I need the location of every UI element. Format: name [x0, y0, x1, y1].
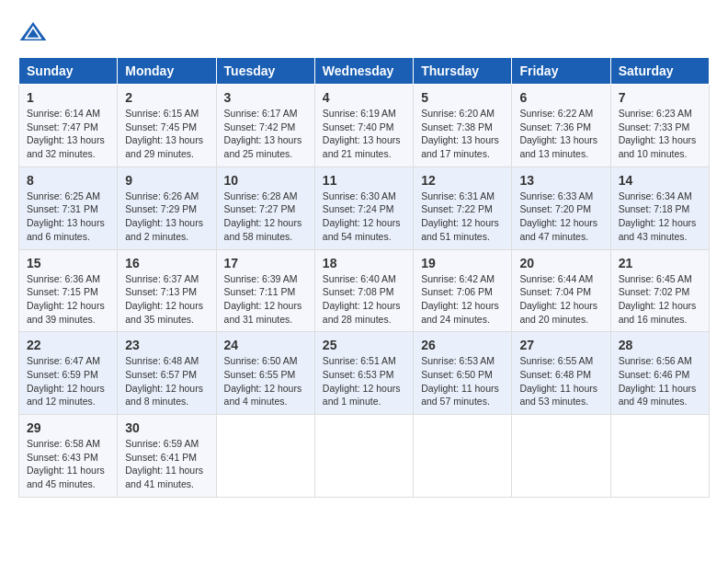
cell-sun-info: Sunrise: 6:59 AMSunset: 6:41 PMDaylight:…: [125, 437, 208, 491]
day-number: 25: [323, 338, 405, 352]
day-number: 13: [519, 173, 602, 188]
cell-sun-info: Sunrise: 6:20 AMSunset: 7:38 PMDaylight:…: [421, 107, 504, 161]
calendar-cell: 30Sunrise: 6:59 AMSunset: 6:41 PMDayligh…: [118, 415, 216, 498]
calendar-cell: 18Sunrise: 6:40 AMSunset: 7:08 PMDayligh…: [314, 249, 413, 332]
day-number: 5: [421, 90, 504, 105]
calendar-cell: 17Sunrise: 6:39 AMSunset: 7:11 PMDayligh…: [216, 249, 314, 332]
calendar-cell: 21Sunrise: 6:45 AMSunset: 7:02 PMDayligh…: [610, 249, 709, 332]
header-sunday: Sunday: [19, 58, 118, 85]
cell-sun-info: Sunrise: 6:51 AMSunset: 6:53 PMDaylight:…: [323, 354, 405, 408]
calendar-cell: 1Sunrise: 6:14 AMSunset: 7:47 PMDaylight…: [19, 85, 118, 167]
day-number: 2: [125, 90, 208, 105]
cell-sun-info: Sunrise: 6:15 AMSunset: 7:45 PMDaylight:…: [125, 107, 208, 161]
calendar-week-row: 29Sunrise: 6:58 AMSunset: 6:43 PMDayligh…: [19, 415, 710, 498]
day-number: 21: [619, 256, 701, 270]
day-number: 7: [619, 90, 701, 105]
day-number: 9: [125, 173, 208, 188]
logo: [18, 18, 51, 48]
day-number: 17: [224, 256, 307, 270]
day-number: 1: [27, 90, 109, 105]
calendar-cell: 22Sunrise: 6:47 AMSunset: 6:59 PMDayligh…: [19, 332, 118, 415]
cell-sun-info: Sunrise: 6:25 AMSunset: 7:31 PMDaylight:…: [27, 190, 109, 244]
logo-icon: [18, 18, 48, 48]
calendar-cell: 14Sunrise: 6:34 AMSunset: 7:18 PMDayligh…: [610, 167, 709, 249]
calendar-cell: [414, 415, 512, 498]
cell-sun-info: Sunrise: 6:40 AMSunset: 7:08 PMDaylight:…: [323, 272, 405, 327]
cell-sun-info: Sunrise: 6:50 AMSunset: 6:55 PMDaylight:…: [224, 354, 307, 408]
day-number: 24: [224, 338, 307, 352]
calendar-cell: 19Sunrise: 6:42 AMSunset: 7:06 PMDayligh…: [414, 249, 512, 332]
cell-sun-info: Sunrise: 6:42 AMSunset: 7:06 PMDaylight:…: [421, 272, 504, 327]
cell-sun-info: Sunrise: 6:23 AMSunset: 7:33 PMDaylight:…: [619, 107, 701, 161]
calendar-cell: 11Sunrise: 6:30 AMSunset: 7:24 PMDayligh…: [314, 167, 413, 249]
day-number: 3: [224, 90, 307, 105]
day-number: 4: [323, 90, 405, 105]
calendar-cell: 15Sunrise: 6:36 AMSunset: 7:15 PMDayligh…: [19, 249, 118, 332]
calendar-cell: 3Sunrise: 6:17 AMSunset: 7:42 PMDaylight…: [216, 85, 314, 167]
page-header: [18, 18, 710, 48]
cell-sun-info: Sunrise: 6:58 AMSunset: 6:43 PMDaylight:…: [27, 437, 109, 491]
cell-sun-info: Sunrise: 6:22 AMSunset: 7:36 PMDaylight:…: [519, 107, 602, 161]
cell-sun-info: Sunrise: 6:14 AMSunset: 7:47 PMDaylight:…: [27, 107, 109, 161]
header-tuesday: Tuesday: [216, 58, 314, 85]
calendar-cell: 26Sunrise: 6:53 AMSunset: 6:50 PMDayligh…: [414, 332, 512, 415]
day-number: 22: [27, 338, 109, 352]
cell-sun-info: Sunrise: 6:19 AMSunset: 7:40 PMDaylight:…: [323, 107, 405, 161]
cell-sun-info: Sunrise: 6:30 AMSunset: 7:24 PMDaylight:…: [323, 190, 405, 244]
day-number: 20: [519, 256, 602, 270]
calendar-cell: 4Sunrise: 6:19 AMSunset: 7:40 PMDaylight…: [314, 85, 413, 167]
calendar-week-row: 8Sunrise: 6:25 AMSunset: 7:31 PMDaylight…: [19, 167, 710, 249]
calendar-header-row: SundayMondayTuesdayWednesdayThursdayFrid…: [19, 58, 710, 85]
calendar-cell: 9Sunrise: 6:26 AMSunset: 7:29 PMDaylight…: [118, 167, 216, 249]
calendar-cell: 24Sunrise: 6:50 AMSunset: 6:55 PMDayligh…: [216, 332, 314, 415]
calendar-cell: 10Sunrise: 6:28 AMSunset: 7:27 PMDayligh…: [216, 167, 314, 249]
calendar-cell: 8Sunrise: 6:25 AMSunset: 7:31 PMDaylight…: [19, 167, 118, 249]
day-number: 12: [421, 173, 504, 188]
calendar-cell: 28Sunrise: 6:56 AMSunset: 6:46 PMDayligh…: [610, 332, 709, 415]
day-number: 23: [125, 338, 208, 352]
header-saturday: Saturday: [610, 58, 709, 85]
day-number: 27: [519, 338, 602, 352]
calendar-week-row: 1Sunrise: 6:14 AMSunset: 7:47 PMDaylight…: [19, 85, 710, 167]
day-number: 29: [27, 420, 109, 435]
day-number: 28: [619, 338, 701, 352]
cell-sun-info: Sunrise: 6:28 AMSunset: 7:27 PMDaylight:…: [224, 190, 307, 244]
calendar-week-row: 15Sunrise: 6:36 AMSunset: 7:15 PMDayligh…: [19, 249, 710, 332]
cell-sun-info: Sunrise: 6:44 AMSunset: 7:04 PMDaylight:…: [519, 272, 602, 327]
day-number: 11: [323, 173, 405, 188]
calendar-cell: 23Sunrise: 6:48 AMSunset: 6:57 PMDayligh…: [118, 332, 216, 415]
calendar-cell: 12Sunrise: 6:31 AMSunset: 7:22 PMDayligh…: [414, 167, 512, 249]
calendar-cell: 27Sunrise: 6:55 AMSunset: 6:48 PMDayligh…: [512, 332, 610, 415]
calendar-cell: [512, 415, 610, 498]
cell-sun-info: Sunrise: 6:55 AMSunset: 6:48 PMDaylight:…: [519, 354, 602, 408]
calendar-cell: 7Sunrise: 6:23 AMSunset: 7:33 PMDaylight…: [610, 85, 709, 167]
calendar-table: SundayMondayTuesdayWednesdayThursdayFrid…: [18, 57, 710, 498]
cell-sun-info: Sunrise: 6:33 AMSunset: 7:20 PMDaylight:…: [519, 190, 602, 244]
day-number: 18: [323, 256, 405, 270]
calendar-cell: 13Sunrise: 6:33 AMSunset: 7:20 PMDayligh…: [512, 167, 610, 249]
day-number: 6: [519, 90, 602, 105]
calendar-cell: 5Sunrise: 6:20 AMSunset: 7:38 PMDaylight…: [414, 85, 512, 167]
cell-sun-info: Sunrise: 6:47 AMSunset: 6:59 PMDaylight:…: [27, 354, 109, 408]
calendar-cell: [216, 415, 314, 498]
cell-sun-info: Sunrise: 6:26 AMSunset: 7:29 PMDaylight:…: [125, 190, 208, 244]
cell-sun-info: Sunrise: 6:36 AMSunset: 7:15 PMDaylight:…: [27, 272, 109, 327]
calendar-cell: 20Sunrise: 6:44 AMSunset: 7:04 PMDayligh…: [512, 249, 610, 332]
calendar-cell: 25Sunrise: 6:51 AMSunset: 6:53 PMDayligh…: [314, 332, 413, 415]
header-wednesday: Wednesday: [314, 58, 413, 85]
day-number: 8: [27, 173, 109, 188]
calendar-cell: 2Sunrise: 6:15 AMSunset: 7:45 PMDaylight…: [118, 85, 216, 167]
calendar-cell: 16Sunrise: 6:37 AMSunset: 7:13 PMDayligh…: [118, 249, 216, 332]
cell-sun-info: Sunrise: 6:39 AMSunset: 7:11 PMDaylight:…: [224, 272, 307, 327]
cell-sun-info: Sunrise: 6:31 AMSunset: 7:22 PMDaylight:…: [421, 190, 504, 244]
calendar-week-row: 22Sunrise: 6:47 AMSunset: 6:59 PMDayligh…: [19, 332, 710, 415]
header-friday: Friday: [512, 58, 610, 85]
calendar-cell: 29Sunrise: 6:58 AMSunset: 6:43 PMDayligh…: [19, 415, 118, 498]
header-monday: Monday: [118, 58, 216, 85]
day-number: 26: [421, 338, 504, 352]
cell-sun-info: Sunrise: 6:56 AMSunset: 6:46 PMDaylight:…: [619, 354, 701, 408]
cell-sun-info: Sunrise: 6:34 AMSunset: 7:18 PMDaylight:…: [619, 190, 701, 244]
day-number: 15: [27, 256, 109, 270]
cell-sun-info: Sunrise: 6:37 AMSunset: 7:13 PMDaylight:…: [125, 272, 208, 327]
day-number: 19: [421, 256, 504, 270]
